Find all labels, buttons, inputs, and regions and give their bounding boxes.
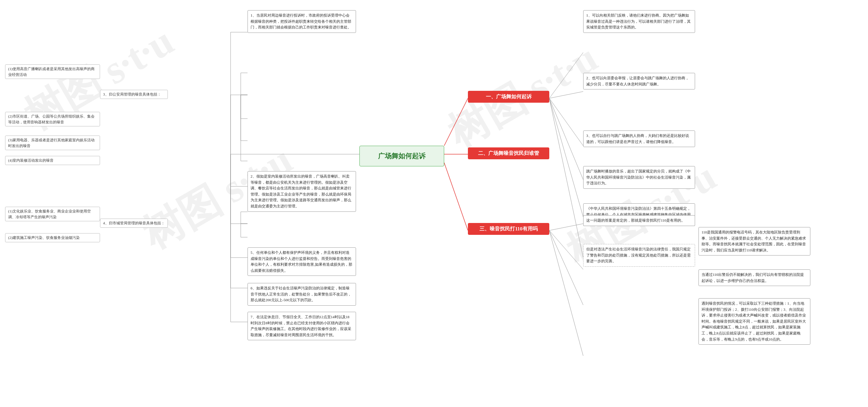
section-3-node: 三、噪音扰民打110有用吗 <box>468 223 549 235</box>
left-main-content: 2、假如是室内装修活动所发出的噪音，广场高音喇叭、叫卖等噪音，都是由公安机关为主… <box>248 171 356 212</box>
svg-line-18 <box>549 53 583 98</box>
right-s1-content-3: 3、也可以自行与跳广场舞的人协商，大妈们有的还是比较好说道的，可以跟他们讲是在声… <box>583 130 695 147</box>
canvas: 树图 s·t·u 树图 s·t·u 树图 s·t·u 树图 s·t·u <box>0 0 868 407</box>
svg-line-19 <box>549 91 583 98</box>
left-content-5: 5、任何单位和个人都有保护声环境的义务，并且有权利对造成噪音污染的单位和个人进行… <box>248 247 356 276</box>
right-s3-content-2-text: 当通过110出警后仍不能解决的，我们可以向有管辖权的法院提起诉讼，以进一步维护自… <box>702 272 804 283</box>
right-s1-content-3-text: 3、也可以自行与跳广场舞的人协商，大妈们有的还是比较好说道的，可以跟他们讲是在声… <box>586 134 689 144</box>
right-s1-content-4: 跳广场舞时播放的音乐，超出了国家规定的分贝，就构成了《中华人民共和国环境噪音污染… <box>583 166 695 189</box>
left-sub3-text: 4、归市城管局管理的噪音具体包括： <box>103 221 165 225</box>
section-2-label: 二、广场舞噪音扰民归谁管 <box>478 150 539 156</box>
left-sub2-item-2: (3)家用电器、乐器或者是进行其他家庭室内娱乐活动时发出的噪音 <box>5 136 100 150</box>
left-sub3-item-1: (1)文化娱乐业、饮食服务业、商业企业业和使用空调、冷却塔等产生的噪声污染 <box>5 207 100 221</box>
left-content-7: 7、在法定休息日、节假日全天、工作日的12点至14时以及18时到次日8时的时候，… <box>248 312 356 340</box>
right-s1-content-2: 2、也可以向居委会举报，让居委会与跳广场舞的人进行协商，减少分贝，尽量不要在人休… <box>583 73 695 89</box>
svg-line-0 <box>444 98 468 146</box>
left-sub3-item-1-text: (1)文化娱乐业、饮食服务业、商业企业业和使用空调、冷却塔等产生的噪声污染 <box>8 209 91 219</box>
connector-lines <box>0 0 868 407</box>
center-node: 广场舞如何起诉 <box>359 146 444 166</box>
right-s3-content-3-text: 遇到噪音扰民的情况，可以采取以下三种处理措施：1、向当地环境保护部门投诉；2、拨… <box>702 301 806 341</box>
left-sub3-node: 4、归市城管局管理的噪音具体包括： <box>100 219 168 228</box>
svg-line-22 <box>549 98 583 217</box>
left-sub2-item-3: (4)室内装修活动发出的噪音 <box>5 156 100 165</box>
left-main-content-2: 1、当居民对周边噪音进行投诉时，市政府的投诉受理中心会根据噪音的种类，把投诉件超… <box>248 10 356 33</box>
right-s1-content-6: 但是对违法产生社会生活环境噪音污染的法律责任，我国只规定了警告和罚款的处罚措施，… <box>583 244 695 267</box>
left-top-label: (1)使用高音广播喇叭或者是采用其他发出高噪声的商业经营活动 <box>5 64 100 79</box>
left-content-6: 6、如果违反关于社会生活噪声污染防治的法律规定，制造噪音干扰他人正常生活的，处警… <box>248 283 356 306</box>
left-sub2-item-1-text: (2)市区街道、广场、公园等公共场所组织娱乐、集会等活动，使用音响器材发出的噪音 <box>8 114 95 124</box>
svg-line-2 <box>444 163 468 230</box>
svg-line-23 <box>549 98 583 258</box>
left-main-content-2-text: 1、当居民对周边噪音进行投诉时，市政府的投诉受理中心会根据噪音的种类，把投诉件超… <box>251 13 351 29</box>
svg-line-25 <box>549 230 583 269</box>
right-s1-content-4-text: 跳广场舞时播放的音乐，超出了国家规定的分贝，就构成了《中华人民共和国环境噪音污染… <box>586 169 691 185</box>
section-2-node: 二、广场舞噪音扰民归谁管 <box>468 147 549 159</box>
left-sub2-item-3-text: (4)室内装修活动发出的噪音 <box>8 158 54 162</box>
watermark: 树图 s·t·u 树图 s·t·u 树图 s·t·u 树图 s·t·u <box>0 0 868 407</box>
right-s1-content-1: 1、可以向相关部门反映，请他们来进行协商。因为把广场舞如果说噪音过高是一种违法行… <box>583 10 695 33</box>
left-sub2-item-1: (2)市区街道、广场、公园等公共场所组织娱乐、集会等活动，使用音响器材发出的噪音 <box>5 112 100 126</box>
svg-line-20 <box>549 98 583 146</box>
svg-line-24 <box>549 224 583 230</box>
right-s3-intro: 这一问题的答案是肯定的，那就是噪音扰民打110是有用的。 <box>583 215 695 226</box>
left-sub3-item-2: (2)建筑施工噪声污染、饮食服务业油烟污染 <box>5 233 100 242</box>
right-s3-content-3: 遇到噪音扰民的情况，可以采取以下三种处理措施：1、向当地环境保护部门投诉；2、拨… <box>698 298 810 345</box>
left-content-6-text: 6、如果违反关于社会生活噪声污染防治的法律规定，制造噪音干扰他人正常生活的，处警… <box>251 286 351 302</box>
right-s3-content-1: 110是我国通用的报警电话号码，其在大陆地区除负责受理刑事、治安案件外，还接受群… <box>698 227 810 256</box>
left-sub2-item-2-text: (3)家用电器、乐器或者是进行其他家庭室内娱乐活动时发出的噪音 <box>8 138 95 148</box>
svg-line-21 <box>549 98 583 180</box>
right-s1-content-2-text: 2、也可以向居委会举报，让居委会与跳广场舞的人进行协商，减少分贝，尽量不要在人休… <box>586 76 689 86</box>
left-main-content-text: 2、假如是室内装修活动所发出的噪音，广场高音喇叭、叫卖等噪音，都是由公安机关为主… <box>251 174 351 208</box>
left-content-5-text: 5、任何单位和个人都有保护声环境的义务，并且有权利对造成噪音污染的单位和个人进行… <box>251 250 352 272</box>
left-top-label-text: (1)使用高音广播喇叭或者是采用其他发出高噪声的商业经营活动 <box>8 67 95 77</box>
left-sub3-item-2-text: (2)建筑施工噪声污染、饮食服务业油烟污染 <box>8 236 80 240</box>
svg-line-27 <box>549 230 583 356</box>
right-s1-content-1-text: 1、可以向相关部门反映，请他们来进行协商。因为把广场舞如果说噪音过高是一种违法行… <box>586 13 691 29</box>
right-s3-content-2: 当通过110出警后仍不能解决的，我们可以向有管辖权的法院提起诉讼，以进一步维护自… <box>698 269 810 286</box>
right-s1-content-6-text: 但是对违法产生社会生活环境噪音污染的法律责任，我国只规定了警告和罚款的处罚措施，… <box>586 247 691 263</box>
right-s3-intro-text: 这一问题的答案是肯定的，那就是噪音扰民打110是有用的。 <box>586 218 685 222</box>
left-content-7-text: 7、在法定休息日、节假日全天、工作日的12点至14时以及18时到次日8时的时候，… <box>251 315 351 337</box>
center-label: 广场舞如何起诉 <box>378 152 426 160</box>
section-1-node: 一、广场舞如何起诉 <box>468 91 549 103</box>
section-1-label: 一、广场舞如何起诉 <box>486 94 532 99</box>
left-sub1-text: 3、归公安局管理的噪音具体包括： <box>103 92 161 96</box>
svg-line-26 <box>549 230 583 305</box>
left-sub1-node: 3、归公安局管理的噪音具体包括： <box>100 90 168 99</box>
section-3-label: 三、噪音扰民打110有用吗 <box>479 226 538 231</box>
right-s3-content-1-text: 110是我国通用的报警电话号码，其在大陆地区除负责受理刑事、治安案件外，还接受群… <box>702 230 806 252</box>
